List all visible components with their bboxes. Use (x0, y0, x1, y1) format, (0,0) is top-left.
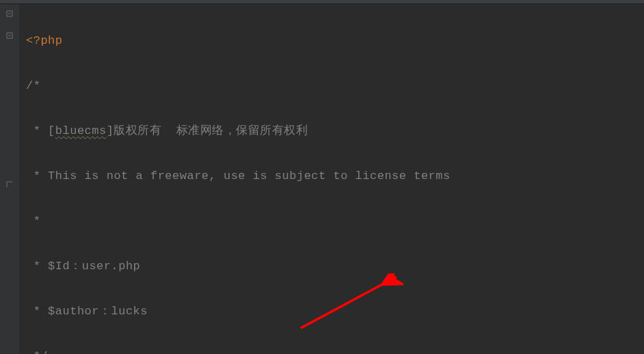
comment: */ (26, 350, 48, 354)
code-line: * $author：lucks (26, 300, 639, 323)
comment: * $Id：user.php (26, 260, 140, 273)
code-line: * [bluecms]版权所有 标准网络，保留所有权利 (26, 120, 639, 142)
gutter[interactable] (0, 4, 19, 354)
php-open-tag: <?php (26, 34, 63, 47)
comment: * $author：lucks (26, 305, 148, 318)
code-line: * This is not a freeware, use is subject… (26, 165, 639, 187)
code-line: * (26, 210, 639, 232)
fold-marker-icon[interactable] (5, 10, 14, 18)
code-line: * $Id：user.php (26, 255, 639, 277)
comment: * This is not a freeware, use is subject… (26, 169, 451, 182)
comment: /* (26, 79, 40, 92)
code-line: /* (26, 74, 639, 97)
fold-close-icon[interactable] (5, 180, 14, 189)
fold-marker-icon[interactable] (5, 31, 14, 40)
comment: * (26, 215, 40, 228)
code-line: */ (26, 345, 639, 354)
link-text: bluecms (55, 124, 107, 137)
comment: * [bluecms]版权所有 标准网络，保留所有权利 (26, 124, 308, 137)
editor: <?php /* * [bluecms]版权所有 标准网络，保留所有权利 * T… (0, 4, 644, 354)
code-line: <?php (26, 29, 639, 52)
code-area[interactable]: <?php /* * [bluecms]版权所有 标准网络，保留所有权利 * T… (19, 4, 644, 354)
